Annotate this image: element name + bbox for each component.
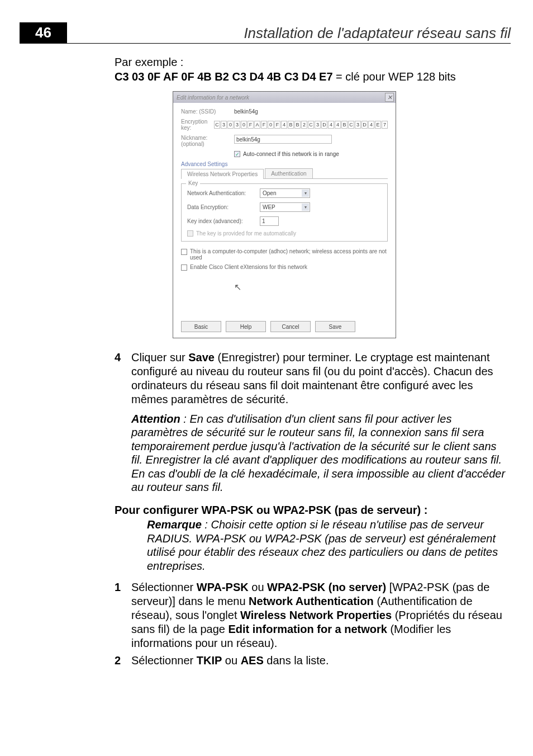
subhead-wpa: Pour configurer WPA-PSK ou WPA2-PSK (pas… bbox=[115, 504, 511, 517]
b: WPA2-PSK (no server) bbox=[267, 581, 386, 593]
key-fieldset: Key Network Authentication: Open ▾ Data … bbox=[181, 183, 388, 242]
b: Edit information for a network bbox=[228, 623, 387, 635]
dialog-footer: Basic Help Cancel Save bbox=[181, 318, 388, 332]
enc-char-box: F bbox=[261, 121, 267, 129]
dataenc-label: Data Encryption: bbox=[187, 204, 260, 210]
wep-key-value: C3 03 0F AF 0F 4B B2 C3 D4 4B C3 D4 E7 bbox=[115, 70, 333, 83]
ssid-value: belkin54g bbox=[234, 108, 258, 115]
checkbox-icon: ✓ bbox=[234, 151, 240, 157]
enc-char-box: A bbox=[254, 121, 260, 129]
t: dans la liste. bbox=[264, 654, 329, 667]
b: TKIP bbox=[197, 654, 222, 667]
step-4-text: Cliquer sur Save (Enregistrer) pour term… bbox=[131, 351, 511, 407]
t: Sélectionner bbox=[131, 654, 197, 667]
enc-char-box: 0 bbox=[268, 121, 274, 129]
enc-char-box: B bbox=[341, 121, 348, 129]
b: AES bbox=[241, 654, 264, 667]
enc-char-box: 0 bbox=[241, 121, 247, 129]
dialog-title: Edit information for a network bbox=[177, 94, 249, 101]
enc-key-boxes: C3030FAF0F4BB2C3D44BC3D4E7 bbox=[214, 121, 388, 129]
enc-char-box: 7 bbox=[382, 121, 388, 129]
enc-char-box: F bbox=[248, 121, 254, 129]
adhoc-row: This is a computer-to-computer (adhoc) n… bbox=[181, 248, 388, 261]
cancel-button: Cancel bbox=[270, 321, 311, 332]
tab-wireless-properties: Wireless Network Properties bbox=[181, 169, 264, 179]
chevron-down-icon: ▾ bbox=[302, 204, 309, 211]
t: Cliquer sur bbox=[131, 351, 188, 363]
step-1: 1 Sélectionner WPA-PSK ou WPA2-PSK (no s… bbox=[115, 580, 511, 650]
b: Wireless Network Properties bbox=[240, 609, 392, 621]
content-area: Par exemple : C3 03 0F AF 0F 4B B2 C3 D4… bbox=[115, 56, 511, 668]
dialog-body: Name: (SSID) belkin54g Encryption key: C… bbox=[173, 103, 396, 338]
tab-authentication: Authentication bbox=[265, 168, 312, 178]
b: Network Authentication bbox=[249, 595, 374, 607]
enc-char-box: 4 bbox=[368, 121, 374, 129]
save-button: Save bbox=[315, 321, 355, 332]
enc-char-box: 4 bbox=[281, 121, 287, 129]
dialog-titlebar: Edit information for a network ✕ bbox=[173, 92, 396, 103]
advanced-settings-label: Advanced Settings bbox=[181, 161, 388, 167]
enc-char-box: 4 bbox=[328, 121, 334, 129]
ssid-label: Name: (SSID) bbox=[181, 108, 234, 115]
step-2: 2 Sélectionner TKIP ou AES dans la liste… bbox=[115, 654, 511, 668]
cisco-row: Enable Cisco Client eXtensions for this … bbox=[181, 264, 388, 271]
enc-char-box: 0 bbox=[227, 121, 234, 129]
tabs: Wireless Network Properties Authenticati… bbox=[181, 168, 388, 179]
key-legend: Key bbox=[186, 180, 200, 186]
enc-char-box: E bbox=[375, 121, 381, 129]
enc-char-box: 3 bbox=[355, 121, 361, 129]
page-number: 46 bbox=[20, 22, 67, 43]
step-number: 1 bbox=[115, 580, 131, 650]
attention-text: : En cas d'utilisation d'un client sans … bbox=[131, 413, 505, 493]
nickname-optional: (optional) bbox=[181, 141, 204, 147]
wep-key-example: C3 03 0F AF 0F 4B B2 C3 D4 4B C3 D4 E7 =… bbox=[115, 70, 511, 83]
step-1-text: Sélectionner WPA-PSK ou WPA2-PSK (no ser… bbox=[131, 580, 511, 650]
enc-char-box: B bbox=[288, 121, 294, 129]
wep-key-desc: = clé pour WEP 128 bits bbox=[333, 70, 456, 83]
checkbox-icon bbox=[181, 249, 187, 255]
t: ou bbox=[249, 581, 267, 593]
adhoc-label: This is a computer-to-computer (adhoc) n… bbox=[190, 248, 388, 261]
autokey-label: The key is provided for me automatically bbox=[196, 230, 296, 237]
close-icon: ✕ bbox=[385, 93, 394, 102]
basic-button: Basic bbox=[181, 321, 221, 332]
remarque-note: Remarque : Choisir cette option si le ré… bbox=[147, 518, 511, 573]
enc-char-box: 4 bbox=[335, 121, 341, 129]
cursor-icon: ↖ bbox=[234, 282, 388, 292]
save-bold: Save bbox=[188, 351, 215, 363]
page-header-title: Installation de l'adaptateur réseau sans… bbox=[244, 25, 511, 42]
enc-key-label: Encryption key: bbox=[181, 119, 214, 131]
dialog-screenshot: Edit information for a network ✕ Name: (… bbox=[173, 91, 396, 338]
enc-char-box: C bbox=[214, 121, 220, 129]
chevron-down-icon: ▾ bbox=[302, 190, 309, 197]
netauth-value: Open bbox=[263, 190, 276, 196]
example-label: Par exemple : bbox=[115, 56, 511, 69]
t: ou bbox=[222, 654, 240, 667]
nickname-row: Nickname: (optional) belkin54g bbox=[181, 135, 388, 147]
step-4: 4 Cliquer sur Save (Enregistrer) pour te… bbox=[115, 351, 511, 407]
enc-char-box: C bbox=[308, 121, 314, 129]
keyidx-spinner: 1 bbox=[260, 216, 279, 226]
enc-char-box: D bbox=[361, 121, 368, 129]
help-button: Help bbox=[226, 321, 266, 332]
autoconnect-label: Auto-connect if this network is in range bbox=[243, 151, 339, 157]
remarque-label: Remarque bbox=[147, 518, 202, 531]
enc-char-box: 3 bbox=[315, 121, 321, 129]
b: WPA-PSK bbox=[197, 581, 249, 593]
attention-note: Attention : En cas d'utilisation d'un cl… bbox=[131, 412, 511, 494]
dataenc-select: WEP ▾ bbox=[260, 202, 310, 212]
step-2-text: Sélectionner TKIP ou AES dans la liste. bbox=[131, 654, 511, 668]
nickname-label: Nickname: (optional) bbox=[181, 135, 234, 147]
ssid-row: Name: (SSID) belkin54g bbox=[181, 108, 388, 115]
netauth-select: Open ▾ bbox=[260, 188, 310, 198]
t: Sélectionner bbox=[131, 581, 197, 593]
keyidx-label: Key index (advanced): bbox=[187, 218, 260, 224]
checkbox-icon bbox=[181, 264, 187, 271]
enc-char-box: C bbox=[348, 121, 354, 129]
autokey-row: The key is provided for me automatically bbox=[187, 230, 382, 237]
cisco-label: Enable Cisco Client eXtensions for this … bbox=[190, 264, 307, 270]
header-rule bbox=[20, 43, 511, 44]
enc-char-box: B bbox=[294, 121, 301, 129]
step-number: 2 bbox=[115, 654, 131, 668]
attention-label: Attention bbox=[131, 413, 180, 425]
